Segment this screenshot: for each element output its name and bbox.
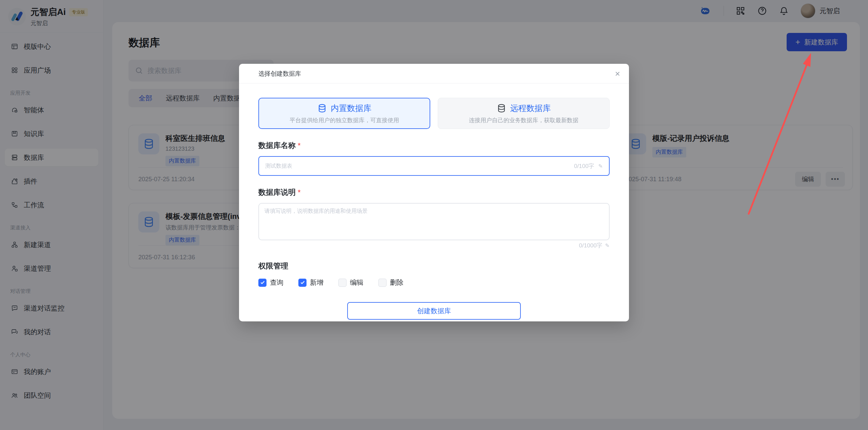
checkbox-unchecked[interactable] <box>338 279 347 287</box>
option-builtin-database[interactable]: 内置数据库 平台提供给用户的独立数据库，可直接使用 <box>258 98 430 129</box>
name-input-wrap: 0/100字 ✎ <box>258 156 610 176</box>
modal-header: 选择创建数据库 × <box>239 64 629 83</box>
permission-label: 编辑 <box>350 278 363 287</box>
option-desc: 连接用户自己的业务数据库，获取最新数据 <box>469 116 578 124</box>
edit-pencil-icon: ✎ <box>605 242 610 249</box>
required-asterisk: * <box>298 188 301 197</box>
permission-label: 删除 <box>390 278 403 287</box>
name-char-counter: 0/100字 <box>574 162 594 170</box>
modal-title: 选择创建数据库 <box>258 70 301 78</box>
create-database-submit-button[interactable]: 创建数据库 <box>347 302 521 320</box>
name-field-label: 数据库名称* <box>258 141 610 151</box>
check-icon <box>300 280 305 285</box>
desc-textarea-wrap <box>258 203 610 240</box>
option-title: 内置数据库 <box>331 103 372 114</box>
permission-add[interactable]: 新增 <box>298 278 323 287</box>
checkbox-checked[interactable] <box>298 279 307 287</box>
required-asterisk: * <box>298 141 301 150</box>
checkbox-checked[interactable] <box>258 279 267 287</box>
desc-char-counter: 0/1000字 <box>579 242 603 249</box>
permission-label: 新增 <box>310 278 323 287</box>
permissions-row: 查询 新增 编辑 删除 <box>258 278 610 287</box>
create-database-modal: 选择创建数据库 × 内置数据库 平台提供给用户的独立数据库，可直接使用 远程数据… <box>239 64 629 321</box>
permission-label: 查询 <box>270 278 283 287</box>
check-icon <box>260 280 265 285</box>
permission-edit[interactable]: 编辑 <box>338 278 363 287</box>
checkbox-unchecked[interactable] <box>378 279 387 287</box>
label-text: 数据库说明 <box>258 188 296 197</box>
database-desc-textarea[interactable] <box>264 208 604 236</box>
permission-query[interactable]: 查询 <box>258 278 283 287</box>
close-icon[interactable]: × <box>615 69 620 78</box>
builtin-database-icon <box>317 104 327 113</box>
option-desc: 平台提供给用户的独立数据库，可直接使用 <box>290 116 399 124</box>
permission-delete[interactable]: 删除 <box>378 278 403 287</box>
database-name-input[interactable] <box>265 163 570 169</box>
desc-field-label: 数据库说明* <box>258 187 610 198</box>
permissions-label: 权限管理 <box>258 261 610 271</box>
label-text: 数据库名称 <box>258 141 296 150</box>
edit-pencil-icon: ✎ <box>598 163 603 169</box>
option-remote-database[interactable]: 远程数据库 连接用户自己的业务数据库，获取最新数据 <box>438 98 610 129</box>
option-title: 远程数据库 <box>510 103 551 114</box>
remote-database-icon <box>497 104 506 113</box>
